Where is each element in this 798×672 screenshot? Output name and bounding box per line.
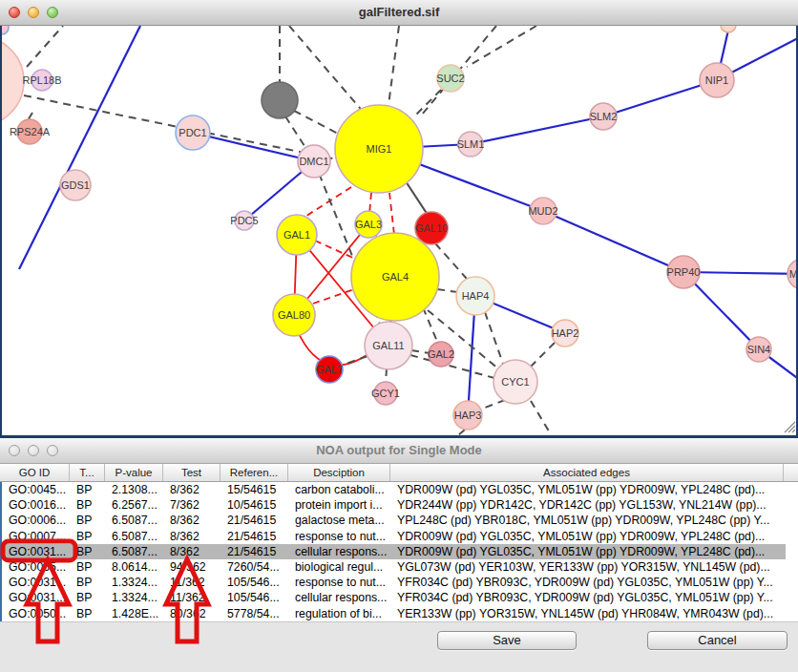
node-label: GAL1 (284, 229, 310, 241)
table-row[interactable]: GO:0016...BP6.2567...7/36210/54615protei… (2, 497, 786, 513)
cell: BP (72, 530, 107, 543)
cell: 6.5087... (107, 530, 165, 543)
network-edge (27, 26, 63, 67)
node-label: SLM1 (457, 138, 485, 150)
cell: 105/546... (222, 591, 290, 604)
node-label: GAL2 (428, 348, 454, 360)
cell: YGL073W (pd) YER103W, YER133W (pp) YOR31… (392, 560, 786, 574)
resize-grip[interactable] (788, 426, 795, 432)
node-unlabeled[interactable] (2, 26, 9, 34)
cell: 21/54615 (222, 530, 290, 543)
node-label: GDS1 (61, 179, 90, 191)
cell: BP (72, 576, 107, 589)
cell: GO:0007... (2, 530, 72, 543)
column-header-p-value[interactable]: P-value (105, 464, 163, 481)
cell: 105/546... (222, 576, 290, 589)
network-edge (485, 312, 503, 364)
table-row[interactable]: GO:0045...BP2.1308...8/36215/54615carbon… (2, 482, 786, 497)
network-window: galFiltered.sif RPL18BRPS24AGDS1PDC1PDC5… (0, 0, 798, 438)
cell: 94/362 (165, 560, 222, 574)
cell: YER133W (pp) YOR315W, YNL145W (pd) YHR08… (392, 607, 786, 620)
cell: 8/362 (165, 514, 222, 527)
network-edge (289, 26, 365, 114)
cell: 80/362 (165, 607, 222, 620)
table-row[interactable]: GO:0007...BP6.5087...8/36221/54615respon… (2, 529, 786, 544)
table-row[interactable]: GO:0031...BP1.3324...11/362105/546...cel… (2, 590, 786, 605)
node-label: CYC1 (501, 376, 529, 388)
network-edge (285, 116, 306, 149)
table-row[interactable]: GO:0065...BP8.0614...94/3627260/54...bio… (2, 559, 786, 575)
cell: BP (72, 514, 107, 527)
column-header-test[interactable]: Test (163, 464, 220, 481)
cancel-button[interactable]: Cancel (647, 631, 788, 650)
node-unlabeled[interactable] (262, 82, 298, 118)
cell: YDR009W (pd) YGL035C, YML051W (pp) YDR00… (392, 530, 786, 543)
cell: GO:0031... (2, 576, 72, 589)
cell: GO:0031... (2, 591, 72, 604)
save-button[interactable]: Save (437, 631, 577, 650)
cell: 11/362 (165, 591, 222, 604)
column-header-t-[interactable]: T... (70, 464, 105, 481)
network-titlebar[interactable]: galFiltered.sif (0, 0, 798, 26)
cell: 2.1308... (107, 483, 165, 496)
node-label: RPS24A (10, 126, 51, 137)
column-header-referen-[interactable]: Referen... (220, 464, 288, 481)
noa-window-title: NOA output for Single Mode (0, 443, 798, 457)
cell: 1.428E... (107, 607, 165, 620)
cell: GO:0006... (2, 514, 72, 527)
network-canvas[interactable]: RPL18BRPS24AGDS1PDC1PDC5DMC1MIG1SUC2SLM1… (0, 26, 798, 438)
network-edge (19, 26, 140, 269)
table-row[interactable]: GO:0006...BP6.5087...8/36221/54615galact… (2, 513, 786, 528)
column-header-associated-edges[interactable]: Associated edges (390, 464, 784, 481)
network-edge (531, 401, 551, 434)
cell: GO:0045... (2, 483, 72, 496)
cell: BP (72, 591, 107, 604)
cell: 21/54615 (222, 514, 290, 527)
network-edge (543, 211, 683, 272)
cell: 8/362 (165, 545, 222, 558)
cell: YDR244W (pp) YDR142C, YDR142C (pp) YGL15… (392, 498, 786, 512)
node-label: GAL10 (415, 222, 448, 234)
node-unlabeled[interactable] (721, 26, 736, 32)
node-unlabeled[interactable] (2, 36, 24, 126)
table-row[interactable]: GO:0031...BP1.3324...11/362105/546...res… (2, 575, 786, 590)
table-row[interactable]: GO:0050...BP1.428E...80/3625778/54...reg… (2, 606, 786, 621)
cell: YFR034C (pd) YBR093C, YDR009W (pd) YGL03… (392, 576, 786, 589)
column-header-go-id[interactable]: GO ID (0, 464, 70, 481)
node-label: SIN4 (747, 344, 770, 355)
network-edge (435, 243, 467, 279)
node-label: SLM2 (590, 111, 618, 122)
table-header: GO IDT...P-valueTestReferen...Desciption… (0, 464, 798, 482)
cell: carbon cataboli... (290, 483, 392, 496)
app-screen: galFiltered.sif RPL18BRPS24AGDS1PDC1PDC5… (0, 0, 798, 672)
cell: 10/54615 (222, 498, 290, 512)
network-edge (313, 288, 357, 304)
node-label: GCY1 (371, 388, 400, 399)
noa-titlebar[interactable]: NOA output for Single Mode (0, 438, 798, 464)
cell: galactose meta... (290, 514, 392, 527)
node-label: GAL4 (382, 271, 409, 283)
cell: 7/362 (165, 498, 222, 512)
network-graph: RPL18BRPS24AGDS1PDC1PDC5DMC1MIG1SUC2SLM1… (2, 26, 796, 435)
cell: 8.0614... (107, 560, 165, 574)
network-edge (437, 289, 457, 292)
resize-grip[interactable] (792, 430, 795, 432)
node-label: HAP3 (454, 410, 482, 421)
network-edge (413, 90, 441, 117)
network-window-title: galFiltered.sif (0, 5, 798, 19)
node-label: GAL80 (278, 309, 310, 321)
node-label: HAP4 (462, 290, 490, 302)
cell: 1.3324... (107, 576, 165, 589)
cell: response to nut... (290, 576, 392, 589)
cell: BP (72, 545, 107, 558)
table-row[interactable]: GO:0031...BP6.5087...8/36221/54615cellul… (2, 544, 786, 559)
cell: 6.2567... (107, 498, 165, 512)
cell: 1.3324... (107, 591, 165, 604)
cell: 11/362 (165, 576, 222, 589)
column-header-desciption[interactable]: Desciption (288, 464, 390, 481)
cell: YDR009W (pd) YGL035C, YML051W (pp) YDR00… (392, 483, 786, 496)
cell: GO:0016... (2, 498, 72, 512)
node-label: NIP1 (705, 74, 728, 86)
results-table: GO:0045...BP2.1308...8/36215/54615carbon… (0, 482, 798, 621)
cell: cellular respons... (290, 545, 392, 558)
